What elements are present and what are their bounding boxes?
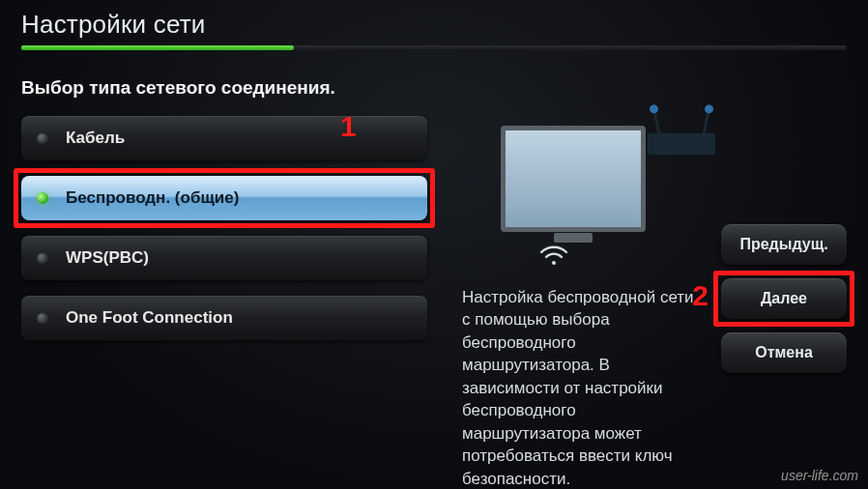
radio-selected-icon	[37, 192, 48, 204]
option-label: WPS(PBC)	[66, 248, 149, 268]
monitor-icon	[501, 126, 646, 232]
radio-icon	[37, 252, 48, 264]
progress-fill	[21, 45, 294, 50]
option-wireless-general[interactable]: Беспроводн. (общие)	[21, 176, 427, 220]
option-description: Настройка беспроводной сети с помощью вы…	[462, 286, 704, 489]
option-label: One Foot Connection	[66, 308, 233, 328]
option-wps-pbc[interactable]: WPS(PBC)	[21, 236, 427, 280]
connection-illustration	[472, 116, 723, 261]
radio-icon	[37, 312, 48, 324]
option-label: Кабель	[66, 129, 125, 148]
next-button[interactable]: Далее	[721, 278, 847, 319]
section-subtitle: Выбор типа сетевого соединения.	[21, 77, 847, 99]
router-icon	[648, 133, 715, 155]
option-cable[interactable]: Кабель	[21, 116, 427, 160]
watermark: user-life.com	[781, 468, 858, 483]
button-label: Предыдущ.	[739, 236, 827, 253]
progress-bar	[21, 45, 847, 50]
button-label: Далее	[761, 290, 807, 307]
page-title: Настройки сети	[21, 10, 206, 40]
wifi-icon	[537, 244, 570, 273]
radio-icon	[37, 132, 48, 144]
connection-options-list: Кабель Беспроводн. (общие) WPS(PBC) One …	[21, 116, 427, 489]
previous-button[interactable]: Предыдущ.	[721, 224, 847, 265]
option-one-foot-connection[interactable]: One Foot Connection	[21, 296, 427, 340]
option-label: Беспроводн. (общие)	[66, 188, 239, 208]
button-label: Отмена	[755, 344, 813, 361]
cancel-button[interactable]: Отмена	[721, 332, 847, 373]
